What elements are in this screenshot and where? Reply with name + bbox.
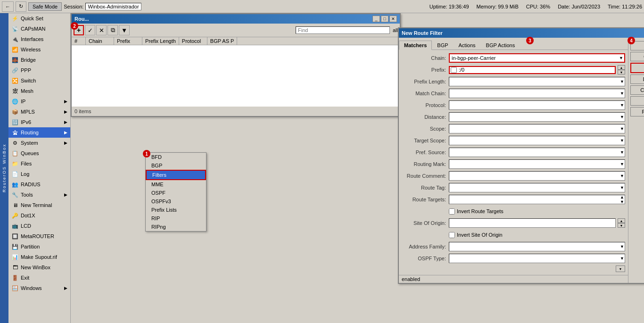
site-origin-up-btn[interactable]: ▲ (618, 218, 625, 223)
memory: Memory: 99.9 MiB (477, 4, 519, 9)
sidebar-item-interfaces[interactable]: 🔌 Interfaces (8, 34, 70, 44)
sidebar-label-quickset: Quick Set (21, 16, 43, 21)
invert-site-checkbox[interactable] (449, 232, 455, 238)
supout-icon: 📊 (11, 253, 19, 261)
maximize-button[interactable]: □ (381, 16, 388, 22)
tab-matchers[interactable]: Matchers (399, 41, 432, 50)
copy-toolbar-button[interactable]: ⧉ (107, 25, 118, 35)
prefix-down-btn[interactable]: ▼ (618, 70, 625, 75)
menu-item-filters[interactable]: Filters (146, 170, 206, 180)
sidebar-item-dot1x[interactable]: 🔑 Dot1X (8, 210, 70, 221)
ospf-type-select[interactable] (449, 254, 625, 263)
sidebar-item-queues[interactable]: 📋 Queues (8, 148, 70, 158)
minimize-button[interactable]: _ (372, 16, 380, 22)
sidebar-item-routing[interactable]: 🛣 Routing ▶ (8, 127, 70, 138)
sidebar-item-lcd[interactable]: 📺 LCD (8, 221, 70, 231)
scope-label: Scope: (402, 126, 449, 132)
delete-button[interactable]: ✕ (96, 25, 107, 35)
back-button[interactable]: ← (2, 1, 14, 12)
distance-select[interactable] (449, 112, 625, 122)
scope-select[interactable] (449, 124, 625, 133)
sidebar-item-switch[interactable]: 🔀 Switch (8, 75, 70, 86)
sidebar-item-new-winbox[interactable]: 🗔 New WinBox (8, 262, 70, 273)
sidebar-item-partition[interactable]: 💾 Partition (8, 241, 70, 252)
invert-route-targets-checkbox[interactable] (449, 208, 455, 215)
cancel-button[interactable]: Cancel (630, 52, 644, 61)
distance-field: ▼ (449, 112, 625, 122)
find-input[interactable] (296, 26, 390, 34)
menu-item-bgp[interactable]: BGP (146, 161, 206, 170)
sidebar-item-system[interactable]: ⚙ System ▶ (8, 138, 70, 148)
comment-button[interactable]: Comment (630, 85, 644, 95)
prefix-text-input[interactable] (459, 67, 615, 73)
menu-item-ospfv3[interactable]: OSPFv3 (146, 197, 206, 206)
route-tag-select[interactable] (449, 183, 625, 192)
sidebar-item-exit[interactable]: 🚪 Exit (8, 273, 70, 283)
pref-source-select[interactable] (449, 148, 625, 157)
menu-item-ospf[interactable]: OSPF (146, 189, 206, 197)
check-button[interactable]: ✓ (85, 25, 95, 35)
match-chain-select[interactable] (449, 89, 625, 98)
routing-context-menu: 1 BFD BGP Filters MME OSPF OSPFv3 Prefix… (145, 152, 206, 232)
col-chain: Chain (86, 37, 114, 45)
ospf-type-label: OSPF Type: (402, 256, 449, 261)
routing-mark-select[interactable] (449, 159, 625, 169)
filter-button[interactable]: ▼ (119, 25, 130, 35)
route-comment-select[interactable] (449, 171, 625, 181)
route-targets-row: Route Targets: ▲▼ (402, 194, 625, 205)
sidebar-item-mesh[interactable]: 🕸 Mesh (8, 86, 70, 96)
capsman-icon: 📡 (11, 25, 19, 33)
protocol-select[interactable] (449, 100, 625, 110)
sidebar-item-metarouter[interactable]: 🔲 MetaROUTER (8, 231, 70, 241)
sidebar-brand: RouterOS WinBox (0, 13, 8, 323)
sidebar-item-windows[interactable]: 🪟 Windows ▶ (8, 283, 70, 293)
prefix-length-label: Prefix Length: (402, 79, 449, 84)
prefix-row: Prefix: ▲ ▼ (402, 65, 625, 75)
address-family-select[interactable] (449, 242, 625, 251)
sidebar-item-make-supout[interactable]: 📊 Make Supout.rif (8, 252, 70, 262)
prefix-checkbox[interactable] (451, 67, 457, 73)
target-scope-select[interactable] (449, 136, 625, 145)
close-button[interactable]: ✕ (389, 16, 397, 22)
scroll-down-btn[interactable]: ▼ (616, 265, 625, 272)
site-origin-down-btn[interactable]: ▼ (618, 223, 625, 228)
sidebar-item-capsman[interactable]: 📡 CAPsMAN (8, 24, 70, 34)
sidebar-item-bridge[interactable]: 🌉 Bridge (8, 55, 70, 65)
sidebar-item-ipv6[interactable]: 🔢 IPv6 ▶ (8, 117, 70, 127)
ospf-type-select-wrapper: ▼ (449, 254, 625, 263)
menu-item-rip[interactable]: RIP (146, 214, 206, 223)
ospf-type-field: ▼ (449, 254, 625, 263)
tab-actions[interactable]: Actions (454, 41, 481, 50)
sidebar-item-radius[interactable]: 👥 RADIUS (8, 179, 70, 190)
mesh-icon: 🕸 (11, 87, 19, 95)
site-of-origin-input[interactable] (449, 218, 616, 228)
pref-source-select-wrapper: ▼ (449, 148, 625, 157)
route-targets-select-wrapper: ▲▼ (449, 195, 625, 204)
sidebar-item-ip[interactable]: 🌐 IP ▶ (8, 96, 70, 107)
remove-button[interactable]: Remove (630, 107, 644, 116)
chain-select-wrapper[interactable]: in-bgp-peer-Carrier ▼ (449, 53, 625, 63)
apply-button[interactable]: Apply (630, 63, 644, 73)
menu-item-prefix-lists[interactable]: Prefix Lists (146, 206, 206, 214)
menu-item-ripng[interactable]: RIPng (146, 223, 206, 231)
topbar-stats: Uptime: 19:36:49 Memory: 99.9 MiB CPU: 3… (429, 4, 642, 9)
tab-bgp[interactable]: BGP (432, 41, 453, 50)
sidebar-item-log[interactable]: 📄 Log (8, 169, 70, 179)
site-of-origin-field: ▲ ▼ (449, 218, 625, 228)
disable-button[interactable]: Disable (630, 75, 644, 84)
tab-bgp-actions[interactable]: BGP Actions (481, 41, 520, 50)
route-targets-select[interactable] (449, 195, 625, 204)
sidebar-item-quickset[interactable]: ⚡ Quick Set (8, 13, 70, 24)
copy-button[interactable]: Copy (630, 96, 644, 106)
sidebar-item-wireless[interactable]: 📶 Wireless (8, 44, 70, 55)
sidebar-item-files[interactable]: 📁 Files (8, 158, 70, 169)
sidebar-item-mpls[interactable]: 📦 MPLS ▶ (8, 107, 70, 117)
refresh-button[interactable]: ↻ (16, 1, 26, 12)
prefix-length-select[interactable] (449, 77, 625, 86)
sidebar-item-new-terminal[interactable]: 🖥 New Terminal (8, 200, 70, 210)
menu-item-mme[interactable]: MME (146, 180, 206, 189)
prefix-up-btn[interactable]: ▲ (618, 65, 625, 70)
sidebar-item-tools[interactable]: 🔧 Tools ▶ (8, 190, 70, 200)
sidebar-item-ppp[interactable]: 🔗 PPP (8, 65, 70, 75)
menu-item-bfd[interactable]: BFD (146, 153, 206, 161)
